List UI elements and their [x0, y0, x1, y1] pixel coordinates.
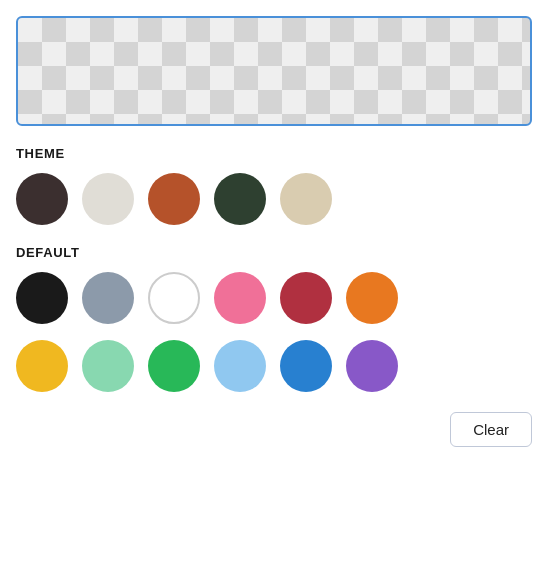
swatch-light-blue[interactable] [214, 340, 266, 392]
default-color-row-2 [16, 340, 532, 392]
swatch-dark-green[interactable] [214, 173, 266, 225]
default-section: DEFAULT [16, 245, 532, 392]
default-color-row-1 [16, 272, 532, 324]
swatch-black[interactable] [16, 272, 68, 324]
clear-btn-row: Clear [16, 412, 532, 447]
theme-section: THEME [16, 146, 532, 225]
swatch-yellow[interactable] [16, 340, 68, 392]
color-preview-box [16, 16, 532, 126]
theme-color-row [16, 173, 532, 225]
swatch-gray[interactable] [82, 272, 134, 324]
default-label: DEFAULT [16, 245, 532, 260]
swatch-blue[interactable] [280, 340, 332, 392]
clear-button[interactable]: Clear [450, 412, 532, 447]
swatch-pink[interactable] [214, 272, 266, 324]
swatch-orange[interactable] [346, 272, 398, 324]
swatch-purple[interactable] [346, 340, 398, 392]
swatch-light-gray[interactable] [82, 173, 134, 225]
swatch-terracotta[interactable] [148, 173, 200, 225]
swatch-light-green[interactable] [82, 340, 134, 392]
swatch-green[interactable] [148, 340, 200, 392]
theme-label: THEME [16, 146, 532, 161]
swatch-beige[interactable] [280, 173, 332, 225]
swatch-red[interactable] [280, 272, 332, 324]
swatch-dark-brown[interactable] [16, 173, 68, 225]
swatch-white[interactable] [148, 272, 200, 324]
